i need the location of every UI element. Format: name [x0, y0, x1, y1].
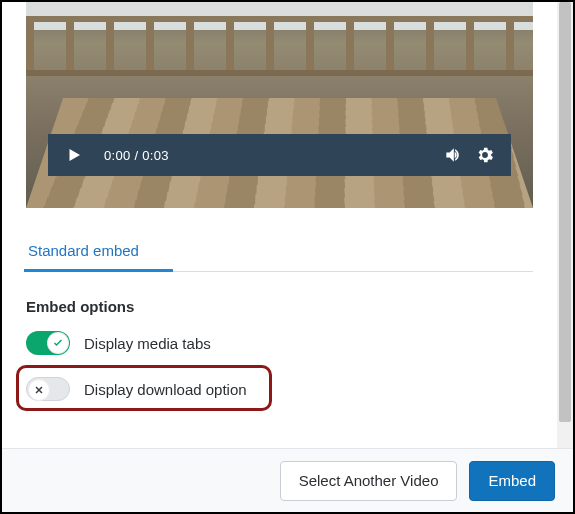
option-display-download: Display download option	[26, 371, 533, 407]
select-another-video-button[interactable]: Select Another Video	[280, 461, 458, 501]
content-pane: 0:00 / 0:03 Standard	[2, 2, 557, 448]
embed-options-heading: Embed options	[26, 298, 533, 315]
button-label: Embed	[488, 472, 536, 489]
play-icon	[65, 146, 83, 164]
gear-icon	[475, 145, 495, 165]
video-preview[interactable]: 0:00 / 0:03	[26, 2, 533, 208]
option-display-media-tabs: Display media tabs	[26, 331, 533, 355]
dialog-window: 0:00 / 0:03 Standard	[0, 0, 575, 514]
dialog-footer: Select Another Video Embed	[2, 448, 573, 512]
toggle-display-download[interactable]	[26, 377, 70, 401]
button-label: Select Another Video	[299, 472, 439, 489]
video-bg-railing	[26, 16, 533, 76]
video-controls-bar: 0:00 / 0:03	[48, 134, 511, 176]
settings-button[interactable]	[469, 139, 501, 171]
volume-icon	[443, 145, 463, 165]
scroll-area: 0:00 / 0:03 Standard	[2, 2, 573, 448]
video-time-display: 0:00 / 0:03	[104, 148, 169, 163]
scrollbar-track[interactable]	[557, 2, 573, 448]
tabs: Standard embed	[26, 232, 533, 272]
toggle-display-media-tabs[interactable]	[26, 331, 70, 355]
tab-standard-embed[interactable]: Standard embed	[26, 232, 141, 271]
toggle-knob	[28, 379, 50, 401]
x-icon	[33, 382, 45, 399]
embed-button[interactable]: Embed	[469, 461, 555, 501]
option-label: Display media tabs	[84, 335, 211, 352]
option-label: Display download option	[84, 381, 247, 398]
scrollbar-thumb[interactable]	[559, 2, 571, 422]
volume-button[interactable]	[437, 139, 469, 171]
tab-label: Standard embed	[28, 242, 139, 259]
toggle-knob	[47, 332, 69, 354]
play-button[interactable]	[58, 139, 90, 171]
check-icon	[52, 335, 64, 352]
